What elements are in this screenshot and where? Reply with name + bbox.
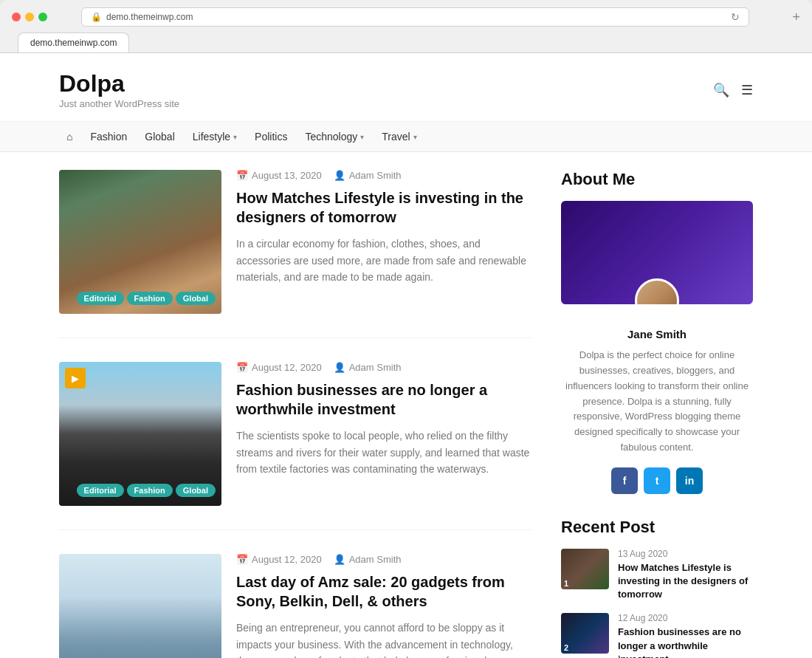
close-button[interactable] [12,13,21,21]
nav-item-home[interactable]: ⌂ [59,122,80,151]
tag-editorial[interactable]: Editorial [77,484,124,497]
chevron-down-icon: ▾ [233,133,237,141]
recent-posts-title: Recent Post [561,518,753,537]
article-author: 👤 Adam Smith [334,170,402,181]
article-image: Editorial Fashion Global [59,170,221,314]
article-date: 📅 August 12, 2020 [236,362,322,373]
lock-icon: 🔒 [91,12,102,22]
user-icon: 👤 [334,170,345,181]
article-meta: 📅 August 13, 2020 👤 Adam Smith [236,170,531,181]
post-number: 1 [564,579,568,588]
chevron-down-icon: ▾ [360,133,364,141]
article-content: 📅 August 12, 2020 👤 Adam Smith Last day … [236,554,531,658]
site-header: Dolpa Just another WordPress site 🔍 ☰ [0,53,812,122]
facebook-button[interactable]: f [611,467,638,494]
tag-fashion[interactable]: Fashion [127,292,173,305]
author-name: Jane Smith [561,328,753,340]
recent-post-thumb: 2 [561,613,609,654]
video-badge: ▶ [65,368,86,388]
minimize-button[interactable] [25,13,34,21]
article-excerpt: In a circular economy for fashion, cloth… [236,236,531,285]
avatar-wrapper [635,278,679,304]
article-author: 👤 Adam Smith [334,362,402,373]
reload-button[interactable]: ↻ [731,11,740,23]
recent-post-date: 13 Aug 2020 [618,549,753,559]
article-tags: Editorial Fashion Global [77,292,216,305]
recent-post-title[interactable]: Fashion businesses are no longer a worth… [618,626,753,658]
calendar-icon: 📅 [236,362,248,373]
search-icon[interactable]: 🔍 [713,82,729,98]
linkedin-button[interactable]: in [676,467,703,494]
main-container: Editorial Fashion Global 📅 August 13, 20… [0,152,812,658]
recent-post-date: 12 Aug 2020 [618,613,753,623]
article-author: 👤 Adam Smith [334,554,402,565]
recent-post-item: 2 12 Aug 2020 Fashion businesses are no … [561,613,753,658]
article-excerpt: Being an entrepreneur, you cannot afford… [236,620,531,658]
tag-editorial[interactable]: Editorial [77,292,124,305]
about-title: About Me [561,170,753,189]
tag-fashion[interactable]: Fashion [127,484,173,497]
user-icon: 👤 [334,362,345,373]
article-image: ▶ Editorial Fashion Global [59,362,221,506]
calendar-icon: 📅 [236,554,248,565]
site-navigation: ⌂ Fashion Global Lifestyle ▾ Politics Te… [0,122,812,152]
browser-tab[interactable]: demo.themeinwp.com [18,32,129,52]
recent-post-item: 1 13 Aug 2020 How Matches Lifestyle is i… [561,549,753,602]
article-meta: 📅 August 12, 2020 👤 Adam Smith [236,362,531,373]
menu-icon[interactable]: ☰ [741,82,753,98]
nav-list: ⌂ Fashion Global Lifestyle ▾ Politics Te… [59,122,753,151]
address-bar[interactable]: 🔒 demo.themeinwp.com ↻ [81,7,749,27]
nav-item-technology[interactable]: Technology ▾ [297,122,371,151]
article-date: 📅 August 12, 2020 [236,554,322,565]
maximize-button[interactable] [38,13,47,21]
article-meta: 📅 August 12, 2020 👤 Adam Smith [236,554,531,565]
article-title[interactable]: How Matches Lifestyle is investing in th… [236,188,531,227]
tag-global[interactable]: Global [176,292,216,305]
recent-post-thumb: 1 [561,549,609,589]
tag-global[interactable]: Global [176,484,216,497]
article-title[interactable]: Last day of Amz sale: 20 gadgets from So… [236,572,531,611]
url-text: demo.themeinwp.com [106,12,193,22]
recent-posts-section: Recent Post 1 13 Aug 2020 How Matches Li… [561,518,753,658]
nav-item-lifestyle[interactable]: Lifestyle ▾ [185,122,244,151]
articles-column: Editorial Fashion Global 📅 August 13, 20… [59,170,531,658]
article-content: 📅 August 12, 2020 👤 Adam Smith Fashion b… [236,362,531,506]
article-card: Editorial Fashion Global 📅 August 13, 20… [59,170,531,338]
article-date: 📅 August 13, 2020 [236,170,322,181]
site-title[interactable]: Dolpa [59,71,179,97]
article-card: ▶ Editorial Fashion Global 📅 August 12, … [59,362,531,530]
header-icons: 🔍 ☰ [713,82,753,98]
site-tagline: Just another WordPress site [59,98,179,109]
about-text: Dolpa is the perfect choice for online b… [561,348,753,456]
browser-window: 🔒 demo.themeinwp.com ↻ + demo.themeinwp.… [0,0,812,53]
user-icon: 👤 [334,554,345,565]
article-title[interactable]: Fashion businesses are no longer a worth… [236,380,531,419]
nav-item-fashion[interactable]: Fashion [83,122,134,151]
article-image: Editorial Gadgets Technology [59,554,221,658]
recent-post-info: 12 Aug 2020 Fashion businesses are no lo… [618,613,753,658]
post-number: 2 [564,643,568,652]
chevron-down-icon: ▾ [413,133,417,141]
article-content: 📅 August 13, 2020 👤 Adam Smith How Match… [236,170,531,314]
site-wrapper: Dolpa Just another WordPress site 🔍 ☰ ⌂ … [0,53,812,658]
about-section: About Me Jane Smith Dolpa is the perfect… [561,170,753,494]
avatar [635,278,679,304]
new-tab-button[interactable]: + [792,10,800,24]
nav-item-global[interactable]: Global [137,122,182,151]
recent-post-info: 13 Aug 2020 How Matches Lifestyle is inv… [618,549,753,602]
nav-item-travel[interactable]: Travel ▾ [374,122,424,151]
sidebar: About Me Jane Smith Dolpa is the perfect… [561,170,753,658]
twitter-button[interactable]: t [644,467,670,494]
social-links: f t in [561,467,753,494]
calendar-icon: 📅 [236,170,248,181]
recent-post-title[interactable]: How Matches Lifestyle is investing in th… [618,561,753,602]
article-card: Editorial Gadgets Technology 📅 August 12… [59,554,531,658]
site-branding: Dolpa Just another WordPress site [59,71,179,109]
article-tags: Editorial Fashion Global [77,484,216,497]
nav-item-politics[interactable]: Politics [247,122,295,151]
home-icon: ⌂ [66,131,72,143]
about-image [561,201,753,304]
article-excerpt: The scientists spoke to local people, wh… [236,428,531,477]
